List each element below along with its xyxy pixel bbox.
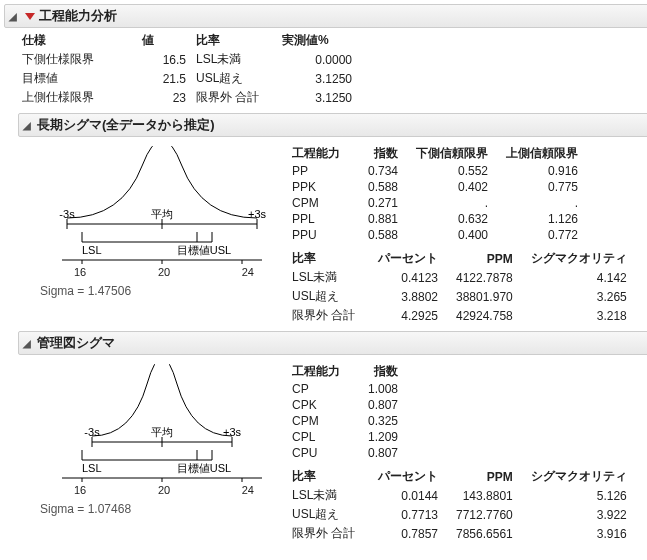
section-title: 長期シグマ(全データから推定) xyxy=(37,116,215,134)
table-row: 限界外 合計0.78577856.65613.916 xyxy=(292,524,631,543)
sigma-value: Sigma = 1.47506 xyxy=(40,284,282,298)
table-row: LSL未満0.0144143.88015.126 xyxy=(292,486,631,505)
table-row: CP1.008 xyxy=(292,381,402,397)
chevron-down-icon[interactable]: ◢ xyxy=(9,11,19,22)
col-spec: 仕様 xyxy=(22,31,142,50)
table-row: PPL0.8810.6321.126 xyxy=(292,211,582,227)
svg-text:LSL: LSL xyxy=(82,462,102,474)
table-row: CPM0.325 xyxy=(292,413,402,429)
table-row: CPL1.209 xyxy=(292,429,402,445)
section-title: 工程能力分析 xyxy=(39,7,117,25)
distribution-chart-control: -3s 平均 +3s LSL 目標値USL 16 20 24 Sigma = 1… xyxy=(32,358,282,520)
hotspot-icon[interactable] xyxy=(25,13,35,20)
rate-table-longterm: 比率 パーセント PPM シグマクオリティ LSL未満0.41234122.78… xyxy=(292,249,631,325)
section-header-longterm[interactable]: ◢ 長期シグマ(全データから推定) xyxy=(18,113,647,137)
table-row: PPU0.5880.4000.772 xyxy=(292,227,582,243)
spec-table: 仕様 値 比率 実測値% 下側仕様限界 16.5 LSL未満 0.0000 目標… xyxy=(22,31,362,107)
section-header-control[interactable]: ◢ 管理図シグマ xyxy=(18,331,647,355)
svg-text:-3s: -3s xyxy=(59,208,75,220)
chevron-down-icon[interactable]: ◢ xyxy=(23,338,33,349)
svg-text:目標値USL: 目標値USL xyxy=(177,462,231,474)
svg-text:+3s: +3s xyxy=(248,208,267,220)
sigma-value: Sigma = 1.07468 xyxy=(40,502,282,516)
svg-text:-3s: -3s xyxy=(84,426,100,438)
col-obs: 実測値% xyxy=(282,31,362,50)
section-title: 管理図シグマ xyxy=(37,334,115,352)
table-row: CPM0.271.. xyxy=(292,195,582,211)
svg-text:平均: 平均 xyxy=(151,426,173,438)
svg-text:平均: 平均 xyxy=(151,208,173,220)
chevron-down-icon[interactable]: ◢ xyxy=(23,120,33,131)
capability-table-control: 工程能力 指数 CP1.008 CPK0.807 CPM0.325 CPL1.2… xyxy=(292,362,402,461)
col-ratio: 比率 xyxy=(196,31,282,50)
svg-text:+3s: +3s xyxy=(223,426,242,438)
table-row: 下側仕様限界 16.5 LSL未満 0.0000 xyxy=(22,50,362,69)
section-header-main[interactable]: ◢ 工程能力分析 xyxy=(4,4,647,28)
table-row: 目標値 21.5 USL超え 3.1250 xyxy=(22,69,362,88)
table-row: CPK0.807 xyxy=(292,397,402,413)
table-row: USL超え3.880238801.9703.265 xyxy=(292,287,631,306)
distribution-chart-longterm: -3s 平均 +3s LSL 目標値USL 16 20 24 xyxy=(32,140,282,302)
col-value: 値 xyxy=(142,31,196,50)
table-row: 限界外 合計4.292542924.7583.218 xyxy=(292,306,631,325)
table-row: 上側仕様限界 23 限界外 合計 3.1250 xyxy=(22,88,362,107)
svg-text:LSL: LSL xyxy=(82,244,102,256)
capability-table-longterm: 工程能力 指数 下側信頼限界 上側信頼限界 PP0.7340.5520.916 … xyxy=(292,144,582,243)
svg-text:目標値USL: 目標値USL xyxy=(177,244,231,256)
table-row: CPU0.807 xyxy=(292,445,402,461)
rate-table-control: 比率 パーセント PPM シグマクオリティ LSL未満0.0144143.880… xyxy=(292,467,631,543)
table-row: PP0.7340.5520.916 xyxy=(292,163,582,179)
table-row: USL超え0.77137712.77603.922 xyxy=(292,505,631,524)
table-row: PPK0.5880.4020.775 xyxy=(292,179,582,195)
table-row: LSL未満0.41234122.78784.142 xyxy=(292,268,631,287)
